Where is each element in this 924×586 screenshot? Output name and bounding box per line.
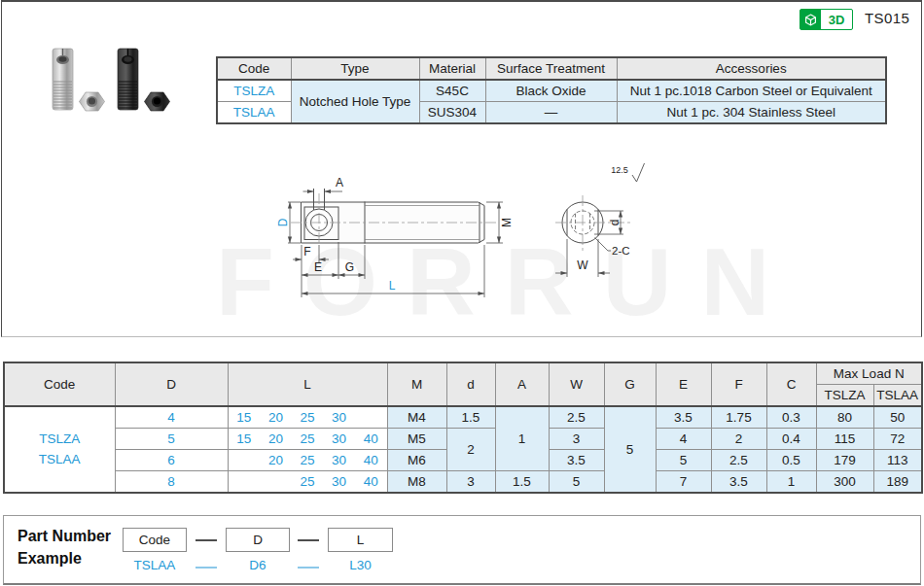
cell-W: 5 — [549, 471, 604, 494]
cell-F: 3.5 — [711, 471, 766, 494]
cell-d-merged: 2 — [446, 429, 495, 471]
cell-A: 1.5 — [495, 471, 549, 494]
material-cell: SUS304 — [419, 102, 485, 124]
page-part-number: TS015 — [865, 10, 909, 26]
spec-row: 8 253040 M8 3 1.5 5 7 3.5 1 300 189 — [4, 471, 922, 494]
code-link-tslza[interactable]: TSLZA — [217, 80, 291, 102]
cell-max-tslza: 80 — [816, 406, 873, 429]
info-header-code: Code — [217, 57, 291, 80]
info-header-row: Code Type Material Surface Treatment Acc… — [217, 57, 886, 80]
cell-max-tslza: 115 — [816, 429, 873, 450]
code-link-tslaa[interactable]: TSLAA — [217, 102, 291, 124]
product-photos — [45, 43, 193, 126]
pn-example-d: D6 — [226, 558, 290, 572]
pn-dash — [195, 539, 217, 541]
surface-cell: — — [485, 102, 617, 124]
cell-C: 1 — [766, 471, 816, 494]
material-cell: S45C — [419, 80, 485, 102]
photo-stud-black — [118, 49, 138, 110]
spec-header-code: Code — [4, 362, 115, 406]
pn-dash-blue — [298, 567, 319, 569]
photo-stud-steel — [53, 49, 73, 110]
cube-3d-icon — [800, 10, 821, 29]
cell-G-merged: 5 — [604, 406, 656, 493]
chamfer-label: 2-C — [612, 245, 630, 257]
dim-label-L: L — [389, 279, 396, 293]
cell-D: 4 — [115, 406, 228, 429]
cell-F: 2 — [711, 429, 766, 450]
cell-M: M5 — [387, 429, 446, 450]
cell-W: 2.5 — [549, 406, 604, 429]
spec-code-cell[interactable]: TSLZA TSLAA — [4, 406, 115, 493]
info-header-surface: Surface Treatment — [485, 57, 617, 80]
type-cell: Notched Hole Type — [291, 80, 419, 123]
info-table: Code Type Material Surface Treatment Acc… — [216, 56, 887, 124]
cell-max-tslza: 300 — [816, 471, 873, 494]
cell-M: M8 — [387, 471, 446, 494]
cell-E: 3.5 — [656, 406, 711, 429]
cell-max-tslaa: 189 — [873, 471, 922, 494]
cell-L: 20253040 — [228, 450, 387, 471]
pn-dash-blue — [195, 567, 217, 569]
pn-box-l: L — [328, 528, 393, 552]
cell-d: 3 — [446, 471, 495, 494]
cell-E: 5 — [656, 450, 711, 471]
spec-code-tslza: TSLZA — [5, 430, 115, 450]
cell-D: 5 — [115, 429, 228, 450]
spec-header-G: G — [604, 362, 656, 406]
cell-E: 4 — [656, 429, 711, 450]
spec-code-tslaa: TSLAA — [5, 450, 115, 470]
cell-M: M6 — [387, 450, 446, 471]
accessories-cell: Nut 1 pc. 304 Stainless Steel — [617, 102, 886, 124]
cell-C: 0.4 — [766, 429, 816, 450]
spec-header-row-1: Code D L M d A W G E F C Max Load N — [4, 362, 922, 385]
info-header-type: Type — [291, 57, 419, 80]
photo-nut-black — [145, 92, 170, 111]
cell-W: 3 — [549, 429, 604, 450]
spec-header-E: E — [656, 362, 711, 406]
dim-label-W: W — [577, 259, 588, 272]
spec-header-max-tslaa: TSLAA — [873, 385, 922, 407]
info-header-material: Material — [419, 57, 485, 80]
spec-row: TSLZA TSLAA 4 15202530 M4 1.5 1 2.5 5 3.… — [4, 406, 922, 429]
catalog-page: FORRUN — [0, 0, 924, 586]
spec-header-F: F — [711, 362, 766, 406]
spec-header-d: d — [446, 362, 495, 406]
cell-max-tslaa: 50 — [873, 406, 922, 429]
cell-max-tslza: 179 — [816, 450, 873, 471]
pn-dash — [298, 539, 319, 541]
spec-header-C: C — [766, 362, 816, 406]
spec-header-max-tslza: TSLZA — [816, 385, 873, 407]
cell-W: 3.5 — [549, 450, 604, 471]
cell-L: 253040 — [228, 471, 387, 494]
spec-header-D: D — [115, 362, 228, 406]
cell-A-merged: 1 — [495, 406, 549, 471]
spec-header-W: W — [549, 362, 604, 406]
cell-D: 6 — [115, 450, 228, 471]
spec-header-L: L — [228, 362, 387, 406]
dim-label-E: E — [314, 260, 322, 274]
cell-C: 0.3 — [766, 406, 816, 429]
dim-label-d: d — [608, 220, 622, 226]
info-header-accessories: Accessories — [617, 57, 886, 80]
pn-box-code: Code — [123, 528, 187, 552]
info-row-tslza: TSLZA Notched Hole Type S45C Black Oxide… — [217, 80, 886, 102]
badge-3d-label: 3D — [821, 10, 852, 29]
dim-label-M: M — [500, 218, 514, 227]
accessories-cell: Nut 1 pc.1018 Carbon Steel or Equivalent — [617, 80, 886, 102]
cell-L: 1520253040 — [228, 429, 387, 450]
spec-row: 5 1520253040 M5 2 3 4 2 0.4 115 72 — [4, 429, 922, 450]
pn-example-code: TSLAA — [123, 558, 187, 572]
badge-3d[interactable]: 3D — [800, 9, 853, 30]
surface-cell: Black Oxide — [485, 80, 617, 102]
cell-C: 0.5 — [766, 450, 816, 471]
spec-header-A: A — [495, 362, 549, 406]
part-number-example-box: Part Number Example Code D L TSLAA D6 L3… — [3, 515, 921, 585]
spec-header-max-load: Max Load N — [816, 362, 922, 385]
cell-F: 1.75 — [711, 406, 766, 429]
cell-d: 1.5 — [446, 406, 495, 429]
cell-M: M4 — [387, 406, 446, 429]
dim-label-F: F — [303, 245, 310, 259]
dim-label-A: A — [336, 176, 343, 190]
cell-D: 8 — [115, 471, 228, 494]
